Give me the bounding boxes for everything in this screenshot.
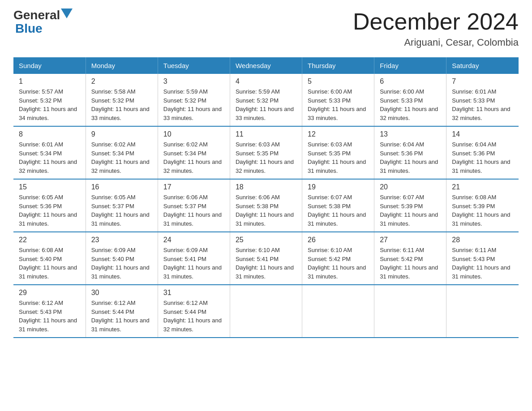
day-cell: 22 Sunrise: 6:08 AM Sunset: 5:40 PM Dayl… bbox=[13, 232, 86, 285]
sunset-label: Sunset: 5:35 PM bbox=[236, 150, 279, 157]
day-cell: 25 Sunrise: 6:10 AM Sunset: 5:41 PM Dayl… bbox=[230, 232, 302, 285]
daylight-label: Daylight: 11 hours and 32 minutes. bbox=[380, 106, 438, 121]
sunrise-label: Sunrise: 6:10 AM bbox=[308, 247, 352, 253]
day-cell bbox=[446, 285, 519, 338]
day-info: Sunrise: 6:12 AM Sunset: 5:44 PM Dayligh… bbox=[91, 299, 152, 334]
sunrise-label: Sunrise: 5:59 AM bbox=[163, 88, 208, 95]
day-cell: 14 Sunrise: 6:04 AM Sunset: 5:36 PM Dayl… bbox=[446, 126, 519, 179]
day-cell: 1 Sunrise: 5:57 AM Sunset: 5:32 PM Dayli… bbox=[13, 74, 86, 126]
daylight-label: Daylight: 11 hours and 32 minutes. bbox=[452, 106, 510, 121]
sunset-label: Sunset: 5:33 PM bbox=[380, 97, 423, 104]
header-cell-tuesday: Tuesday bbox=[158, 57, 230, 74]
header-cell-sunday: Sunday bbox=[13, 57, 86, 74]
header-cell-monday: Monday bbox=[86, 57, 158, 74]
sunset-label: Sunset: 5:32 PM bbox=[163, 97, 206, 104]
sunset-label: Sunset: 5:34 PM bbox=[163, 150, 206, 157]
sunset-label: Sunset: 5:36 PM bbox=[19, 203, 62, 210]
sunrise-label: Sunrise: 5:59 AM bbox=[236, 88, 280, 95]
day-number: 20 bbox=[380, 183, 441, 191]
day-number: 15 bbox=[19, 183, 80, 191]
day-number: 5 bbox=[308, 77, 369, 86]
day-info: Sunrise: 6:02 AM Sunset: 5:34 PM Dayligh… bbox=[91, 140, 152, 175]
sunrise-label: Sunrise: 5:57 AM bbox=[19, 88, 63, 95]
sunrise-label: Sunrise: 6:05 AM bbox=[91, 194, 136, 201]
sunrise-label: Sunrise: 6:04 AM bbox=[380, 141, 424, 148]
day-cell: 18 Sunrise: 6:06 AM Sunset: 5:38 PM Dayl… bbox=[230, 179, 302, 232]
daylight-label: Daylight: 11 hours and 32 minutes. bbox=[19, 158, 77, 174]
day-cell: 5 Sunrise: 6:00 AM Sunset: 5:33 PM Dayli… bbox=[302, 74, 374, 126]
day-cell: 2 Sunrise: 5:58 AM Sunset: 5:32 PM Dayli… bbox=[86, 74, 158, 126]
sunset-label: Sunset: 5:40 PM bbox=[19, 256, 62, 262]
logo-general-text: General bbox=[13, 9, 60, 21]
week-row-4: 22 Sunrise: 6:08 AM Sunset: 5:40 PM Dayl… bbox=[13, 232, 519, 285]
daylight-label: Daylight: 11 hours and 33 minutes. bbox=[163, 106, 222, 121]
daylight-label: Daylight: 11 hours and 32 minutes. bbox=[163, 158, 222, 174]
day-cell: 10 Sunrise: 6:02 AM Sunset: 5:34 PM Dayl… bbox=[158, 126, 230, 179]
sunrise-label: Sunrise: 5:58 AM bbox=[91, 88, 136, 95]
day-cell: 24 Sunrise: 6:09 AM Sunset: 5:41 PM Dayl… bbox=[158, 232, 230, 285]
sunset-label: Sunset: 5:32 PM bbox=[19, 97, 62, 104]
day-cell: 6 Sunrise: 6:00 AM Sunset: 5:33 PM Dayli… bbox=[374, 74, 446, 126]
daylight-label: Daylight: 11 hours and 33 minutes. bbox=[308, 106, 366, 121]
day-info: Sunrise: 6:00 AM Sunset: 5:33 PM Dayligh… bbox=[380, 87, 441, 122]
day-cell: 29 Sunrise: 6:12 AM Sunset: 5:43 PM Dayl… bbox=[13, 285, 86, 338]
day-info: Sunrise: 6:06 AM Sunset: 5:37 PM Dayligh… bbox=[163, 193, 224, 228]
daylight-label: Daylight: 11 hours and 33 minutes. bbox=[91, 106, 150, 121]
day-info: Sunrise: 6:09 AM Sunset: 5:41 PM Dayligh… bbox=[163, 246, 224, 281]
day-info: Sunrise: 6:11 AM Sunset: 5:43 PM Dayligh… bbox=[452, 246, 513, 281]
sunrise-label: Sunrise: 6:07 AM bbox=[380, 194, 424, 201]
sunrise-label: Sunrise: 6:09 AM bbox=[91, 247, 136, 253]
daylight-label: Daylight: 11 hours and 33 minutes. bbox=[236, 106, 294, 121]
day-info: Sunrise: 6:06 AM Sunset: 5:38 PM Dayligh… bbox=[236, 193, 296, 228]
day-number: 11 bbox=[236, 130, 296, 138]
day-cell: 19 Sunrise: 6:07 AM Sunset: 5:38 PM Dayl… bbox=[302, 179, 374, 232]
day-cell: 31 Sunrise: 6:12 AM Sunset: 5:44 PM Dayl… bbox=[158, 285, 230, 338]
daylight-label: Daylight: 11 hours and 32 minutes. bbox=[91, 158, 150, 174]
sunrise-label: Sunrise: 6:00 AM bbox=[380, 88, 424, 95]
daylight-label: Daylight: 11 hours and 31 minutes. bbox=[236, 264, 294, 280]
daylight-label: Daylight: 11 hours and 31 minutes. bbox=[163, 264, 222, 280]
week-row-1: 1 Sunrise: 5:57 AM Sunset: 5:32 PM Dayli… bbox=[13, 74, 519, 126]
day-number: 7 bbox=[452, 77, 513, 86]
sunset-label: Sunset: 5:33 PM bbox=[452, 97, 495, 104]
sunset-label: Sunset: 5:43 PM bbox=[19, 308, 62, 315]
day-cell: 12 Sunrise: 6:03 AM Sunset: 5:35 PM Dayl… bbox=[302, 126, 374, 179]
day-number: 14 bbox=[452, 130, 513, 138]
day-cell: 27 Sunrise: 6:11 AM Sunset: 5:42 PM Dayl… bbox=[374, 232, 446, 285]
sunrise-label: Sunrise: 6:06 AM bbox=[236, 194, 280, 201]
sunrise-label: Sunrise: 6:04 AM bbox=[452, 141, 496, 148]
day-cell: 23 Sunrise: 6:09 AM Sunset: 5:40 PM Dayl… bbox=[86, 232, 158, 285]
sunset-label: Sunset: 5:32 PM bbox=[236, 97, 279, 104]
day-number: 28 bbox=[452, 236, 513, 244]
sunrise-label: Sunrise: 6:12 AM bbox=[163, 300, 208, 306]
sunrise-label: Sunrise: 6:12 AM bbox=[91, 300, 136, 306]
sunrise-label: Sunrise: 6:03 AM bbox=[236, 141, 280, 148]
day-info: Sunrise: 6:10 AM Sunset: 5:42 PM Dayligh… bbox=[308, 246, 369, 281]
sunset-label: Sunset: 5:38 PM bbox=[236, 203, 279, 210]
daylight-label: Daylight: 11 hours and 32 minutes. bbox=[236, 158, 294, 174]
sunrise-label: Sunrise: 6:01 AM bbox=[452, 88, 496, 95]
sunrise-label: Sunrise: 6:10 AM bbox=[236, 247, 280, 253]
header-cell-thursday: Thursday bbox=[302, 57, 374, 74]
day-number: 30 bbox=[91, 289, 152, 297]
day-cell bbox=[230, 285, 302, 338]
day-number: 6 bbox=[380, 77, 441, 86]
day-cell: 7 Sunrise: 6:01 AM Sunset: 5:33 PM Dayli… bbox=[446, 74, 519, 126]
sunset-label: Sunset: 5:42 PM bbox=[308, 256, 351, 262]
daylight-label: Daylight: 11 hours and 31 minutes. bbox=[452, 158, 510, 174]
page-header: General Blue December 2024 Ariguani, Ces… bbox=[13, 9, 519, 48]
day-number: 4 bbox=[236, 77, 296, 86]
sunrise-label: Sunrise: 6:08 AM bbox=[452, 194, 496, 201]
day-number: 27 bbox=[380, 236, 441, 244]
sunrise-label: Sunrise: 6:07 AM bbox=[308, 194, 352, 201]
day-cell: 15 Sunrise: 6:05 AM Sunset: 5:36 PM Dayl… bbox=[13, 179, 86, 232]
daylight-label: Daylight: 11 hours and 31 minutes. bbox=[91, 317, 150, 333]
day-number: 8 bbox=[19, 130, 80, 138]
sunset-label: Sunset: 5:44 PM bbox=[91, 308, 134, 315]
daylight-label: Daylight: 11 hours and 34 minutes. bbox=[19, 106, 77, 121]
day-info: Sunrise: 6:01 AM Sunset: 5:33 PM Dayligh… bbox=[452, 87, 513, 122]
sunset-label: Sunset: 5:33 PM bbox=[308, 97, 351, 104]
daylight-label: Daylight: 11 hours and 31 minutes. bbox=[452, 211, 510, 227]
sunset-label: Sunset: 5:37 PM bbox=[163, 203, 206, 210]
sunrise-label: Sunrise: 6:11 AM bbox=[380, 247, 424, 253]
